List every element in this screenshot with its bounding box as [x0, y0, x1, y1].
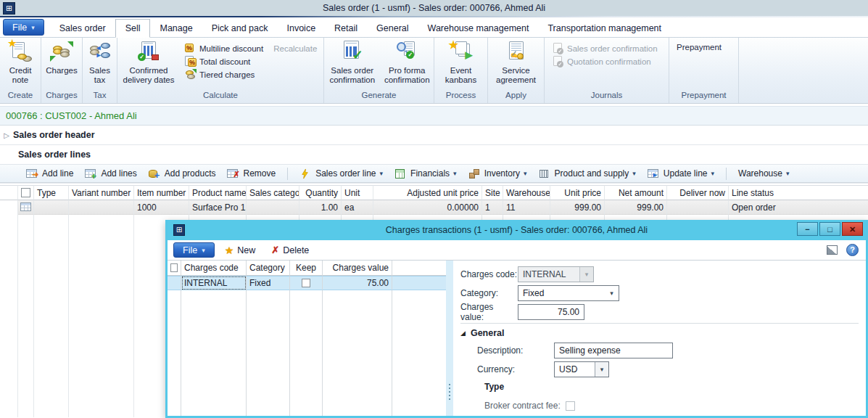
col-charges-value[interactable]: Charges value: [323, 261, 392, 276]
row-selector[interactable]: [168, 276, 181, 290]
col-product-name[interactable]: Product name: [189, 185, 247, 200]
sales-order-confirmation-icon: ✓: [339, 40, 365, 65]
select-all-checkbox[interactable]: [168, 261, 181, 276]
broker-contract-fee-checkbox[interactable]: [566, 401, 575, 411]
dialog-file-menu-button[interactable]: File ▾: [173, 242, 215, 258]
sales-order-confirmation-button[interactable]: ✓ Sales order confirmation: [324, 40, 380, 85]
record-bar: 000766 : CUST002 - Ahmed Ali: [0, 106, 868, 126]
col-warehouse[interactable]: Warehouse: [503, 185, 550, 200]
tab-sales-order[interactable]: Sales order: [50, 20, 115, 37]
cell-charges-value[interactable]: 75.00: [323, 276, 392, 290]
general-section-title: General: [471, 328, 505, 338]
update-line-menu[interactable]: ▸ Update line▾: [648, 168, 714, 179]
tab-manage[interactable]: Manage: [150, 20, 202, 37]
charges-value-label: Charges value:: [460, 302, 518, 322]
tab-warehouse-management[interactable]: Warehouse management: [418, 20, 539, 37]
col-quantity[interactable]: Quantity: [299, 185, 342, 200]
financials-menu[interactable]: Financials▾: [394, 168, 457, 179]
service-agreement-button[interactable]: ✍ Service agreement: [488, 40, 544, 85]
collapse-triangle-icon[interactable]: ◢: [460, 329, 466, 337]
charges-value-input[interactable]: 75.00: [518, 304, 584, 320]
event-kanbans-button[interactable]: ★ ▶ Event kanbans: [434, 40, 487, 85]
multiline-discount-button[interactable]: % Multiline discount: [184, 43, 263, 54]
col-variant-number[interactable]: Variant number: [69, 185, 134, 200]
dialog-titlebar[interactable]: ⊞ Charges transactions (1 - usmf) - Sale…: [168, 220, 866, 240]
add-line-button[interactable]: ➜ Add line: [26, 168, 73, 179]
table-row[interactable]: INTERNAL Fixed 75.00: [168, 276, 446, 290]
product-and-supply-icon: [539, 168, 551, 179]
col-category[interactable]: Category: [247, 261, 290, 276]
window-titlebar: ⊞ Sales order (1 - usmf) - Sales order: …: [0, 0, 868, 16]
add-lines-button[interactable]: + Add lines: [85, 168, 136, 179]
col-unit[interactable]: Unit: [342, 185, 373, 200]
tab-retail[interactable]: Retail: [325, 20, 367, 37]
col-line-status[interactable]: Line status: [729, 185, 868, 200]
help-icon[interactable]: ?: [846, 244, 859, 256]
total-discount-button[interactable]: % Total discount: [184, 56, 317, 67]
charges-grid-header: Charges code Category Keep Charges value: [168, 261, 446, 276]
remove-button[interactable]: ✗ Remove: [227, 168, 276, 179]
file-menu-button[interactable]: File ▾: [3, 19, 44, 36]
col-type[interactable]: Type: [34, 185, 69, 200]
credit-note-button[interactable]: ★ Credit note: [0, 40, 41, 85]
prepayment-button[interactable]: Prepayment: [669, 40, 722, 52]
ribbon-group-calculate: ✓ Confirmed delivery dates % Multiline d…: [117, 38, 324, 103]
general-section-header[interactable]: ◢ General: [460, 328, 866, 338]
col-empty: [392, 261, 446, 276]
remove-icon: ✗: [227, 168, 239, 179]
layout-panel-icon[interactable]: [827, 245, 838, 255]
divider: [460, 323, 859, 324]
charges-button[interactable]: Charges: [41, 40, 82, 75]
add-products-button[interactable]: + Add products: [149, 168, 216, 179]
tab-general[interactable]: General: [367, 20, 418, 37]
confirmed-delivery-dates-button[interactable]: ✓ Confirmed delivery dates: [117, 40, 180, 85]
inventory-menu[interactable]: Inventory▾: [468, 168, 527, 179]
select-all-checkbox[interactable]: [18, 185, 34, 200]
col-net-amount[interactable]: Net amount: [605, 185, 667, 200]
tab-pick-and-pack[interactable]: Pick and pack: [202, 20, 278, 37]
sales-tax-button[interactable]: ◂ ▸ Sales tax: [83, 40, 117, 85]
tiered-charges-button[interactable]: Tiered charges: [184, 69, 317, 80]
keep-checkbox[interactable]: [290, 276, 323, 290]
col-item-number[interactable]: Item number: [134, 185, 189, 200]
sales-order-header-section[interactable]: ▷ Sales order header: [0, 126, 868, 145]
table-row[interactable]: 1000 Surface Pro 1... 1.00 ea 0.00000 1 …: [0, 200, 868, 215]
col-adjusted-unit-price[interactable]: Adjusted unit price: [373, 185, 482, 200]
col-deliver-now[interactable]: Deliver now: [667, 185, 729, 200]
cell-charges-code[interactable]: INTERNAL: [181, 276, 247, 290]
dialog-close-button[interactable]: ✕: [842, 222, 863, 236]
description-input[interactable]: Selling expense: [554, 343, 673, 358]
warehouse-menu[interactable]: Warehouse▾: [738, 168, 789, 179]
grid-margin: [0, 200, 18, 215]
cell-category[interactable]: Fixed: [247, 276, 290, 290]
service-agreement-icon: ✍: [503, 40, 529, 65]
pro-forma-confirmation-button[interactable]: ✓ Pro forma confirmation: [380, 40, 434, 85]
ribbon-group-journals: ✓ Sales order confirmation ✓ Quotation c…: [545, 38, 669, 103]
product-and-supply-menu[interactable]: Product and supply▾: [539, 168, 636, 179]
splitter[interactable]: [446, 261, 453, 416]
cell-unit: ea: [342, 200, 373, 215]
col-keep[interactable]: Keep: [290, 261, 323, 276]
col-sales-category[interactable]: Sales category: [247, 185, 299, 200]
recalculate-button: Recalculate: [273, 44, 317, 53]
tab-sell[interactable]: Sell: [115, 19, 151, 38]
charges-code-select[interactable]: INTERNAL ▾: [518, 266, 594, 282]
ribbon-group-apply: ✍ Service agreement Apply: [488, 38, 545, 103]
delete-button[interactable]: ✗ Delete: [271, 245, 309, 255]
tab-transportation-management[interactable]: Transportation management: [538, 20, 671, 37]
col-site[interactable]: Site: [482, 185, 503, 200]
new-button[interactable]: ★ New: [225, 245, 256, 256]
col-unit-price[interactable]: Unit price: [550, 185, 605, 200]
chevron-down-icon: ▾: [786, 170, 790, 177]
currency-select[interactable]: USD ▾: [554, 361, 609, 377]
dialog-minimize-button[interactable]: −: [797, 222, 818, 236]
sales-order-line-menu[interactable]: Sales order line▾: [299, 168, 383, 179]
tab-invoice[interactable]: Invoice: [277, 20, 325, 37]
col-charges-code[interactable]: Charges code: [181, 261, 247, 276]
dialog-maximize-button[interactable]: □: [819, 222, 840, 236]
cell-adjusted-unit-price: 0.00000: [373, 200, 482, 215]
grid-filler: [168, 290, 446, 416]
group-label-process: Process: [434, 91, 487, 103]
category-select[interactable]: Fixed ▾: [518, 285, 619, 301]
expander-icon[interactable]: ▷: [0, 131, 13, 139]
